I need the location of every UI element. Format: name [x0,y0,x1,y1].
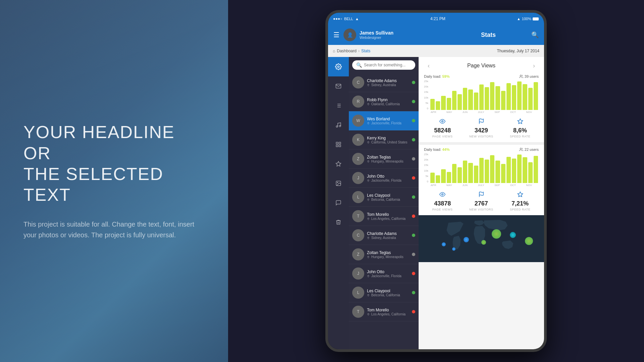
user-avatar: Z [352,153,364,165]
user-name-text: Wes Borland [367,117,411,121]
status-dot [412,234,415,237]
chart-wrapper-2: 25k20k15k10k5k0 [424,153,539,183]
bar [485,160,489,183]
bar-group [474,93,478,110]
app-content: 🔍 CCharlotte Adams Sidney, AustraliaRRob… [328,57,544,349]
bar [447,98,451,110]
bar [495,161,500,183]
status-dot [412,291,415,294]
home-icon: ⌂ [333,49,335,53]
bar-group [441,169,445,183]
chart-wrapper-1: 25k20k15k10k5k0 [424,80,539,110]
bar [495,86,500,110]
bar [501,164,505,183]
user-location: Los Angeles, California [367,217,411,221]
user-details: Kerry King California, United States [367,136,411,144]
user-list-item[interactable]: CCharlotte Adams Sidney, Australia [349,73,419,92]
status-dot [412,272,415,275]
status-dot [412,215,415,218]
user-list-item[interactable]: TTom Morello Los Angeles, California [349,207,419,226]
svg-point-0 [338,66,339,68]
bar [517,155,522,183]
users-count-1: 39 users [525,74,539,78]
map-dots [419,215,544,262]
user-list-item[interactable]: JJohn Otto Jacksonville, Florida [349,169,419,188]
bar [447,172,451,183]
breadcrumb-home[interactable]: Dashboard [337,49,357,53]
bar [523,84,527,110]
users-badge-1: 39 users [519,74,539,78]
bar [490,82,494,110]
bar-group [523,157,527,183]
user-list-item[interactable]: CCharlotte Adams Sidney, Australia [349,226,419,245]
user-details: John Otto Jacksonville, Florida [367,174,411,182]
user-list-item[interactable]: KKerry King California, United States [349,130,419,149]
user-location: Los Angeles, California [367,312,411,316]
user-location: Oakland, California [367,102,411,106]
stat-speed-2: 7,21% SPEED RATE [510,191,530,211]
user-list-item[interactable]: LLes Claypool Belconia, California [349,283,419,302]
sidebar-item-image[interactable] [328,174,349,193]
bar-group [512,159,516,183]
user-avatar: T [352,210,364,222]
hamburger-icon[interactable]: ☰ [333,31,339,39]
status-time: 4:21 PM [430,16,445,21]
subtext: This project is suitable for all. Change… [23,219,205,240]
sidebar-item-trash[interactable] [328,213,349,232]
left-panel: YOUR HEADLINE ORTHE SELECTED TEXT This p… [0,0,228,362]
bar [490,155,494,183]
right-panel: BELL ▲ 4:21 PM ▲ 100% ☰ 👤 James Sullivan… [228,0,644,362]
daily-load-2: Daily load: 44% [424,147,449,152]
svg-point-16 [520,75,521,76]
eye-icon-1 [439,118,445,126]
chart-meta-1: Daily load: 59% 39 users [424,74,539,78]
sidebar-item-list[interactable] [328,96,349,115]
user-details: Charlotte Adams Sidney, Australia [367,78,411,87]
stat-page-views-2: 43878 PAGE VIEWS [432,191,453,211]
sidebar-item-music[interactable] [328,115,349,135]
stat-vis-label-1: NEW VISITORS [469,135,493,138]
user-list-item[interactable]: JJohn Otto Jacksonville, Florida [349,264,419,283]
battery-icon: ▲ [517,17,521,21]
user-details: Charlotte Adams Sidney, Australia [367,231,411,240]
sidebar-item-settings[interactable] [328,57,349,76]
user-list-item[interactable]: ZZoltan Teglas Hungary, Minneapolis [349,245,419,264]
map-dot-blue [452,247,455,251]
bar [458,94,462,110]
sidebar-item-chat[interactable] [328,193,349,213]
bar-group [430,173,435,183]
pv-prev-btn[interactable]: ‹ [424,61,433,70]
user-list-item[interactable]: RRobb Flynn Oakland, California [349,92,419,111]
sidebar-item-grid[interactable] [328,135,349,154]
user-location: Belconia, California [367,293,411,297]
bar [528,88,533,110]
bar [441,96,445,110]
stat-pv-label-1: PAGE VIEWS [432,135,453,138]
user-name-text: Zoltan Teglas [367,250,411,255]
search-box: 🔍 [349,57,419,73]
search-header-icon[interactable]: 🔍 [531,31,539,39]
sidebar-item-mail[interactable] [328,76,349,96]
user-list-item[interactable]: WWes Borland Jacksonville, Florida [349,111,419,130]
search-input[interactable] [364,63,414,67]
user-location: Hungary, Minneapolis [367,255,411,259]
sidebar [328,57,349,349]
user-name-text: Charlotte Adams [367,231,411,236]
status-dot [412,176,415,180]
stat-pv-label-2: PAGE VIEWS [432,208,453,211]
pv-next-btn[interactable]: › [529,61,539,70]
bar-group [512,85,516,110]
bar [479,158,484,183]
bar [474,166,478,183]
y-axis-1: 25k20k15k10k5k0 [424,80,430,110]
user-list-item[interactable]: LLes Claypool Belconia, California [349,188,419,207]
sidebar-item-flag[interactable] [328,154,349,174]
user-avatar: K [352,134,364,146]
user-list-item[interactable]: ZZoltan Teglas Hungary, Minneapolis [349,149,419,169]
search-inner[interactable]: 🔍 [352,60,415,70]
user-list-item[interactable]: TTom Morello Los Angeles, California [349,302,419,321]
stat-vis-value-2: 2767 [475,200,488,207]
bar-group [506,157,511,183]
svg-rect-10 [339,142,341,144]
stat-visitors-1: 3429 NEW VISITORS [469,118,493,138]
